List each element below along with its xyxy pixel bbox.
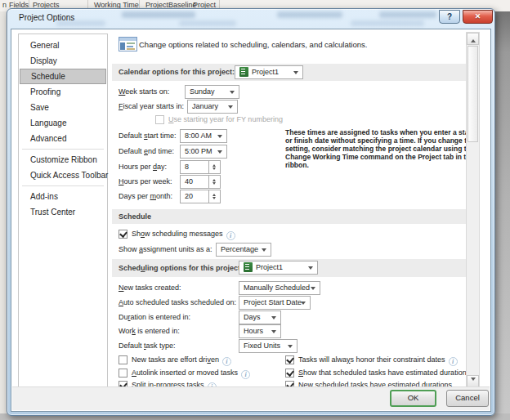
dialog-title: Project Options	[19, 13, 74, 22]
show-scheduling-messages-checkbox[interactable]	[119, 230, 128, 239]
default-end-time-dropdown[interactable]: 5:00 PM	[180, 145, 227, 159]
honor-constraints-text: Tasks will always honor their constraint…	[298, 355, 445, 364]
auto-scheduled-value: Project Start Date	[244, 297, 302, 309]
scheduling-options-header-bar: Scheduling options for this project: Pro…	[112, 259, 476, 277]
sidebar-item-general[interactable]: General	[20, 38, 106, 53]
auto-scheduled-label: Auto scheduled tasks scheduled on:	[119, 298, 236, 306]
calendar-project-selector[interactable]: Project1	[235, 65, 303, 79]
estimated-durations-text: Show that scheduled tasks have estimated…	[298, 369, 470, 377]
days-per-month-label: Days per month:	[119, 192, 172, 200]
sidebar-separator	[22, 185, 104, 186]
week-starts-dropdown[interactable]: Sunday	[185, 85, 239, 99]
project-file-icon	[239, 67, 248, 77]
hours-per-day-value: 8	[185, 163, 189, 171]
default-task-type-value: Fixed Units	[244, 340, 280, 352]
scheduling-project-value: Project1	[256, 261, 283, 274]
default-start-time-value: 8:00 AM	[185, 130, 212, 142]
spin-up-icon[interactable]	[209, 176, 220, 182]
hours-per-week-spinner[interactable]: 40	[180, 175, 221, 189]
hours-per-day-spinner[interactable]: 8	[180, 160, 221, 174]
default-task-type-label: Default task type:	[119, 342, 176, 350]
estimated-durations-checkbox[interactable]	[285, 369, 294, 378]
spin-down-icon[interactable]	[209, 168, 220, 174]
calendar-project-value: Project1	[252, 66, 279, 78]
sidebar-item-schedule[interactable]: Schedule	[20, 69, 106, 84]
sidebar-item-advanced[interactable]: Advanced	[20, 131, 106, 146]
scrollbar-thumb[interactable]	[468, 46, 478, 142]
default-end-time-value: 5:00 PM	[185, 145, 212, 158]
calendar-options-header: Calendar options for this project:	[119, 68, 235, 76]
sidebar-item-customize-ribbon[interactable]: Customize Ribbon	[20, 152, 106, 168]
fiscal-year-dropdown[interactable]: January	[187, 100, 238, 114]
honor-constraints-label: Tasks will always honor their constraint…	[298, 355, 458, 366]
dialog-footer: OK Cancel	[12, 386, 490, 410]
effort-driven-checkbox[interactable]	[119, 355, 128, 364]
assignment-units-value: Percentage	[221, 244, 258, 256]
ok-button[interactable]: OK	[390, 390, 436, 407]
fiscal-year-label: Fiscal year starts in:	[119, 102, 184, 110]
info-icon[interactable]	[226, 231, 235, 240]
sidebar-item-proofing[interactable]: Proofing	[20, 84, 106, 100]
new-tasks-created-dropdown[interactable]: Manually Scheduled	[239, 281, 320, 295]
work-units-value: Hours	[244, 325, 263, 337]
auto-scheduled-dropdown[interactable]: Project Start Date	[239, 296, 311, 310]
sidebar-item-trust-center[interactable]: Trust Center	[20, 204, 106, 220]
work-units-dropdown[interactable]: Hours	[239, 324, 281, 338]
new-tasks-created-label: New tasks created:	[119, 284, 181, 292]
pane-description: Change options related to scheduling, ca…	[139, 40, 367, 49]
sidebar-item-quick-access-toolbar[interactable]: Quick Access Toolbar	[20, 168, 106, 183]
glass-reflection	[122, 11, 195, 18]
work-units-label: Work is entered in:	[119, 327, 180, 335]
assignment-units-label: Show assignment units as a:	[119, 245, 212, 253]
help-button[interactable]: ?	[439, 10, 460, 24]
fiscal-year-value: January	[192, 101, 218, 113]
fy-numbering-label: Use starting year for FY numbering	[168, 115, 283, 123]
options-nav: General Display Schedule Proofing Save L…	[18, 34, 108, 387]
info-icon[interactable]	[449, 357, 458, 366]
effort-driven-text: New tasks are effort driven	[132, 355, 219, 364]
project-file-icon	[244, 262, 253, 272]
spin-down-icon[interactable]	[209, 182, 220, 189]
cancel-button[interactable]: Cancel	[446, 390, 489, 407]
duration-units-label: Duration is entered in:	[119, 313, 190, 321]
hours-per-day-label: Hours per day:	[119, 163, 167, 171]
scheduling-project-selector[interactable]: Project1	[239, 261, 318, 275]
calendar-options-header-bar: Calendar options for this project: Proje…	[112, 64, 476, 81]
show-scheduling-messages-label: Show scheduling messages	[132, 230, 235, 240]
glass-reflection	[179, 20, 236, 26]
estimated-durations-label: Show that scheduled tasks have estimated…	[298, 369, 476, 379]
scroll-down-icon[interactable]	[467, 375, 479, 387]
info-icon[interactable]	[241, 370, 250, 379]
sidebar-item-save[interactable]: Save	[20, 100, 106, 115]
sidebar-item-add-ins[interactable]: Add-ins	[20, 189, 106, 204]
default-start-time-dropdown[interactable]: 8:00 AM	[180, 129, 227, 143]
assignment-units-dropdown[interactable]: Percentage	[216, 243, 271, 257]
vertical-scrollbar[interactable]	[466, 32, 480, 388]
week-starts-label: Week starts on:	[119, 87, 169, 96]
spin-up-icon[interactable]	[209, 161, 220, 168]
calendar-note: These times are assigned to tasks when y…	[285, 128, 476, 169]
show-scheduling-messages-text: Show scheduling messages	[132, 230, 223, 238]
default-task-type-dropdown[interactable]: Fixed Units	[239, 339, 298, 353]
duration-units-value: Days	[244, 311, 261, 324]
autolink-text: Autolink inserted or moved tasks	[132, 369, 238, 377]
default-start-time-label: Default start time:	[119, 132, 177, 140]
info-icon[interactable]	[222, 357, 231, 366]
sidebar-item-display[interactable]: Display	[20, 53, 106, 69]
ribbon-label: n	[2, 1, 7, 9]
week-starts-value: Sunday	[190, 86, 215, 98]
glass-reflection	[277, 11, 342, 18]
spin-up-icon[interactable]	[209, 190, 220, 197]
spin-down-icon[interactable]	[209, 197, 220, 203]
default-end-time-label: Default end time:	[119, 147, 174, 155]
autolink-checkbox[interactable]	[119, 369, 128, 378]
days-per-month-spinner[interactable]: 20	[180, 190, 221, 203]
project-options-dialog: Project Options ? ✕ General Display Sche…	[7, 8, 495, 416]
hours-per-week-value: 40	[185, 177, 193, 185]
sidebar-item-language[interactable]: Language	[20, 115, 106, 131]
duration-units-dropdown[interactable]: Days	[239, 311, 281, 324]
scroll-up-icon[interactable]	[467, 33, 479, 45]
close-button[interactable]: ✕	[463, 10, 493, 24]
honor-constraints-checkbox[interactable]	[285, 355, 294, 364]
schedule-options-pane: Change options related to scheduling, ca…	[112, 31, 476, 389]
